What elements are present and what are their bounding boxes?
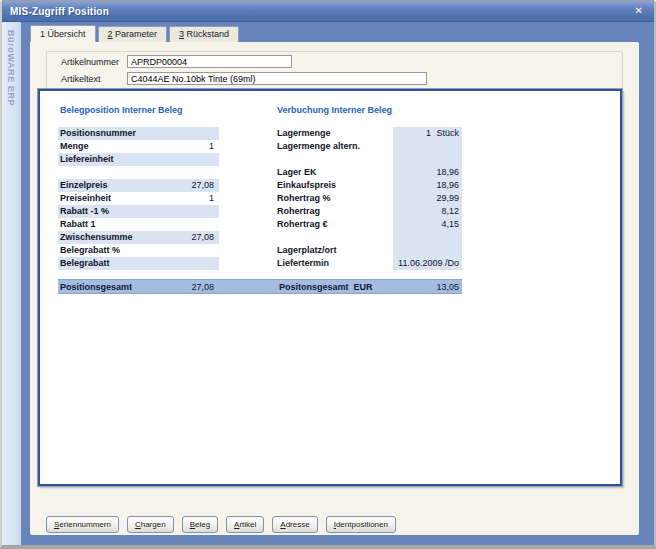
data-row-rohertrag: Rohertrag %29,99 xyxy=(277,192,462,205)
row-label: Belegrabatt % xyxy=(58,244,214,257)
data-row-lagermenge-altern: Lagermenge altern. xyxy=(277,140,462,153)
left-rows: PositionsnummerMenge1LiefereinheitEinzel… xyxy=(58,127,219,270)
data-row-liefertermin: Liefertermin11.06.2009 /Do xyxy=(277,257,462,270)
row-value: 27,08 xyxy=(191,231,219,244)
row-value: 1 xyxy=(209,192,219,205)
row-value xyxy=(214,244,219,257)
row-value: 1 xyxy=(209,140,219,153)
row-value xyxy=(214,205,219,218)
row-value: 4,15 xyxy=(393,218,459,231)
data-row-rohertrag: Rohertrag8,12 xyxy=(277,205,462,218)
tab-ruckstand[interactable]: 3 Rückstand xyxy=(169,26,239,42)
total-right-value: 13,05 xyxy=(436,282,462,292)
identpositionen-button[interactable]: Identpositionen xyxy=(326,516,396,533)
row-value: 29,99 xyxy=(393,192,459,205)
totals-band: Positionsgesamt 27,08 Positonsgesamt EUR… xyxy=(58,279,462,294)
right-section-title: Verbuchung Interner Beleg xyxy=(277,105,392,115)
row-label: Rohertrag € xyxy=(277,218,393,231)
row-label: Lagerplatz/ort xyxy=(277,244,393,257)
field-input-artikeltext[interactable] xyxy=(127,72,427,85)
row-value-cell: 8,12 xyxy=(393,205,462,218)
data-row-rabatt-1: Rabatt -1 % xyxy=(58,205,219,218)
row-label: Menge xyxy=(58,140,209,153)
row-label: Lager EK xyxy=(277,166,393,179)
brand-sidebar: BüroWARE ERP xyxy=(2,22,21,545)
row-label xyxy=(277,153,393,166)
action-button-row: SeriennummernChargenBelegArtikelAdresseI… xyxy=(46,516,396,533)
total-left: Positionsgesamt 27,08 xyxy=(58,282,219,292)
total-right-label: Positonsgesamt EUR xyxy=(277,282,436,292)
adresse-button[interactable]: Adresse xyxy=(272,516,317,533)
row-value: 18,96 xyxy=(393,166,459,179)
data-row-liefereinheit: Liefereinheit xyxy=(58,153,219,166)
spacer-row xyxy=(277,231,462,244)
total-right: Positonsgesamt EUR 13,05 xyxy=(277,282,462,292)
window-title: MIS-Zugriff Position xyxy=(10,6,632,17)
title-bar[interactable]: MIS-Zugriff Position ✕ xyxy=(2,1,654,22)
tab-ubersicht[interactable]: 1 Übersicht xyxy=(30,25,96,42)
data-row-lagermenge: Lagermenge1Stück xyxy=(277,127,462,140)
tab-parameter[interactable]: 2 Parameter xyxy=(98,26,168,42)
row-label: Liefereinheit xyxy=(58,153,214,166)
data-row-einkaufspreis: Einkaufspreis18,96 xyxy=(277,179,462,192)
row-value: 27,08 xyxy=(191,179,219,192)
row-label: Rabatt 1 xyxy=(58,218,214,231)
brand-label: BüroWARE ERP xyxy=(6,30,16,106)
row-value-cell: 11.06.2009 /Do xyxy=(393,257,462,270)
row-label: Einzelpreis xyxy=(58,179,191,192)
position-detail-panel: Belegposition Interner Beleg Verbuchung … xyxy=(38,89,622,486)
row-label: Preiseinheit xyxy=(58,192,209,205)
tab-page-uebersicht: ArtikelnummerArtikeltext Belegposition I… xyxy=(30,42,639,535)
row-label xyxy=(277,231,393,244)
row-value xyxy=(214,257,219,270)
row-value-cell xyxy=(393,231,462,244)
row-value xyxy=(214,127,219,140)
row-value-cell xyxy=(393,244,462,257)
field-label-artikelnummer: Artikelnummer xyxy=(47,57,127,67)
data-row-preiseinheit: Preiseinheit1 xyxy=(58,192,219,205)
data-row-positionsnummer: Positionsnummer xyxy=(58,127,219,140)
data-row-einzelpreis: Einzelpreis27,08 xyxy=(58,179,219,192)
row-label: Liefertermin xyxy=(277,257,393,270)
row-label: Rohertrag xyxy=(277,205,393,218)
row-label: Belegrabatt xyxy=(58,257,214,270)
chargen-button[interactable]: Chargen xyxy=(127,516,174,533)
right-rows: Lagermenge1StückLagermenge altern.Lager … xyxy=(277,127,462,270)
field-label-artikeltext: Artikeltext xyxy=(47,74,127,84)
row-label: Positionsnummer xyxy=(58,127,214,140)
row-label: Lagermenge altern. xyxy=(277,140,393,153)
row-value-cell: 18,96 xyxy=(393,166,462,179)
left-section-title: Belegposition Interner Beleg xyxy=(60,105,183,115)
row-value-cell: 18,96 xyxy=(393,179,462,192)
spacer-row xyxy=(58,166,219,179)
row-label: Zwischensumme xyxy=(58,231,191,244)
field-row: Artikeltext xyxy=(47,71,622,86)
spacer-row xyxy=(277,153,462,166)
row-label: Rabatt -1 % xyxy=(58,205,214,218)
row-value: 8,12 xyxy=(393,205,459,218)
row-value xyxy=(214,153,219,166)
row-value-cell xyxy=(393,140,462,153)
field-input-artikelnummer[interactable] xyxy=(127,55,292,68)
row-unit: Stück xyxy=(431,127,459,140)
data-row-menge: Menge1 xyxy=(58,140,219,153)
artikel-button[interactable]: Artikel xyxy=(226,516,264,533)
row-value: 18,96 xyxy=(393,179,459,192)
row-value: 1 xyxy=(393,127,431,140)
row-value-cell: 29,99 xyxy=(393,192,462,205)
seriennummern-button[interactable]: Seriennummern xyxy=(46,516,119,533)
row-value xyxy=(393,140,459,153)
data-row-zwischensumme: Zwischensumme27,08 xyxy=(58,231,219,244)
dialog-window: MIS-Zugriff Position ✕ BüroWARE ERP 1 Üb… xyxy=(0,0,656,549)
row-label: Einkaufspreis xyxy=(277,179,393,192)
row-label: Rohertrag % xyxy=(277,192,393,205)
close-icon[interactable]: ✕ xyxy=(632,4,646,18)
row-value: 11.06.2009 /Do xyxy=(393,257,459,270)
data-row-rabatt-1: Rabatt 1 xyxy=(58,218,219,231)
field-row: Artikelnummer xyxy=(47,54,622,69)
header-fields: ArtikelnummerArtikeltext xyxy=(46,51,623,89)
row-label: Lagermenge xyxy=(277,127,393,140)
beleg-button[interactable]: Beleg xyxy=(182,516,218,533)
row-value-cell xyxy=(393,153,462,166)
tab-bar: 1 Übersicht2 Parameter3 Rückstand xyxy=(30,25,241,42)
